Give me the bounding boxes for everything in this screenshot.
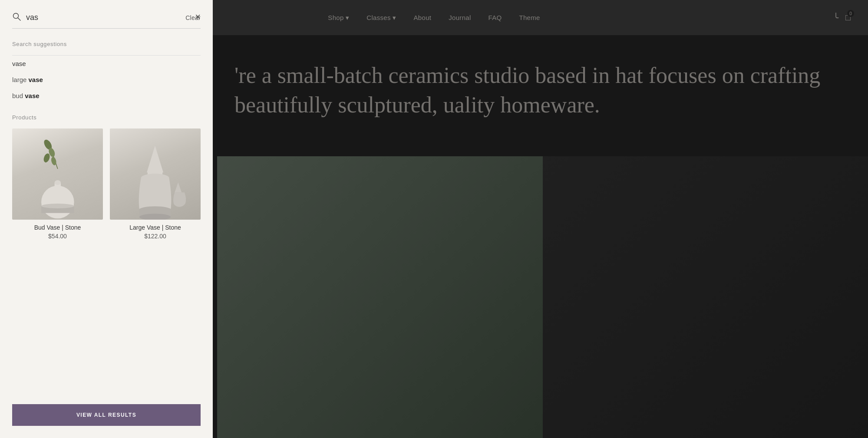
suggestion-bud-vase[interactable]: bud vase — [12, 88, 201, 104]
svg-point-11 — [41, 204, 74, 208]
search-panel: Clear × Search suggestions vase large va… — [0, 0, 213, 438]
product-card-bud-vase[interactable]: Bud Vase | Stone $54.00 — [12, 128, 103, 240]
products-grid: Bud Vase | Stone $54.00 — [12, 128, 201, 240]
product-price-large-vase: $122.00 — [110, 233, 201, 240]
search-header: Clear × — [0, 0, 213, 29]
svg-rect-8 — [54, 183, 60, 204]
suggestion-large-vase[interactable]: large vase — [12, 72, 201, 88]
product-name-bud-vase: Bud Vase | Stone — [12, 224, 103, 231]
product-name-large-vase: Large Vase | Stone — [110, 224, 201, 231]
product-card-large-vase[interactable]: Large Vase | Stone $122.00 — [110, 128, 201, 240]
suggestion-prefix-2: bud — [12, 92, 25, 99]
suggestion-prefix: large — [12, 76, 29, 83]
product-image-large-vase — [110, 128, 201, 220]
close-button[interactable]: × — [195, 12, 201, 22]
search-input[interactable] — [26, 13, 180, 22]
suggestion-bold-2: vase — [25, 92, 39, 99]
svg-line-1 — [18, 18, 20, 20]
suggestions-section: Search suggestions vase large vase bud v… — [0, 29, 213, 104]
svg-marker-18 — [175, 182, 182, 192]
bud-vase-illustration — [19, 138, 96, 220]
suggestion-text: vase — [12, 60, 26, 67]
products-section: Products — [0, 104, 213, 394]
search-input-row: Clear — [12, 12, 201, 29]
svg-marker-12 — [147, 145, 164, 172]
search-icon — [12, 12, 21, 23]
suggestion-vase[interactable]: vase — [12, 56, 201, 72]
product-image-bud-vase — [12, 128, 103, 220]
suggestions-label: Search suggestions — [12, 41, 201, 47]
large-vase-illustration — [114, 133, 196, 220]
product-price-bud-vase: $54.00 — [12, 233, 103, 240]
products-label: Products — [12, 114, 201, 121]
svg-point-9 — [54, 180, 60, 185]
view-all-results-button[interactable]: VIEW ALL RESULTS — [12, 404, 201, 426]
suggestion-bold: vase — [29, 76, 43, 83]
suggestion-list: vase large vase bud vase — [12, 55, 201, 104]
